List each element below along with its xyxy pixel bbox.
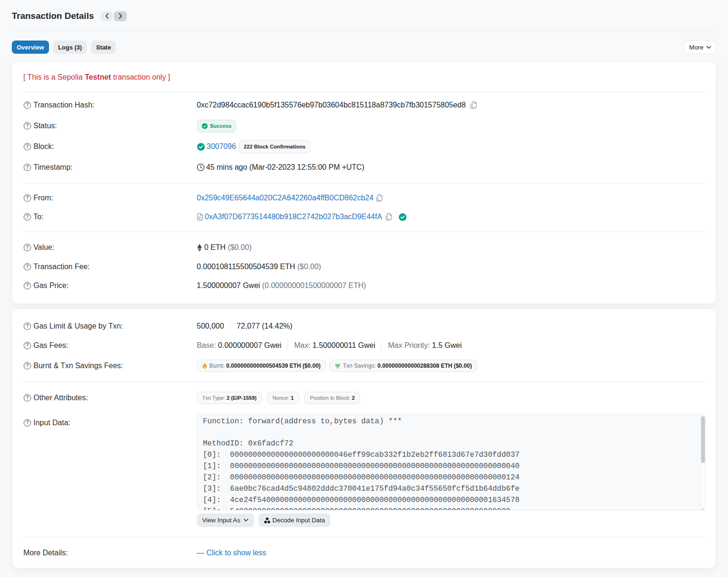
- svg-text:?: ?: [25, 283, 28, 288]
- svg-text:?: ?: [25, 123, 28, 128]
- svg-text:?: ?: [25, 395, 28, 400]
- svg-text:?: ?: [25, 244, 28, 250]
- svg-text:?: ?: [25, 102, 28, 107]
- svg-text:?: ?: [25, 264, 28, 269]
- svg-text:?: ?: [25, 323, 28, 329]
- svg-text:?: ?: [25, 143, 28, 149]
- svg-text:?: ?: [25, 195, 28, 201]
- svg-text:?: ?: [25, 214, 28, 220]
- svg-text:?: ?: [25, 164, 28, 170]
- svg-text:?: ?: [25, 363, 28, 368]
- svg-text:?: ?: [25, 342, 28, 348]
- svg-text:?: ?: [25, 420, 28, 425]
